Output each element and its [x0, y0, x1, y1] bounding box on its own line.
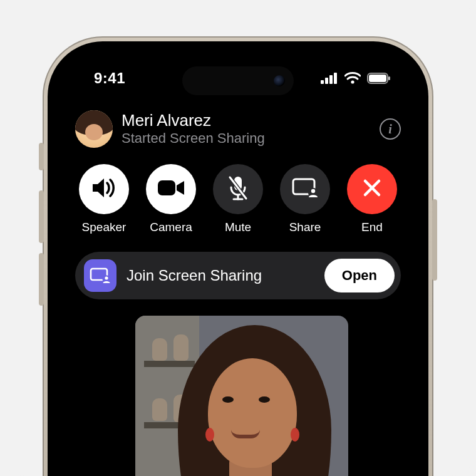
speaker-control: Speaker	[75, 164, 133, 234]
call-controls: Speaker Camera	[75, 164, 401, 234]
share-label: Share	[289, 220, 321, 234]
info-icon: i	[388, 122, 392, 137]
wifi-icon	[344, 72, 361, 85]
svg-rect-1	[325, 78, 328, 84]
battery-icon	[367, 73, 391, 84]
mic-off-icon	[227, 175, 249, 204]
camera-button[interactable]	[146, 164, 196, 214]
status-bar: 9:41	[60, 54, 416, 103]
phone-power-button	[432, 199, 437, 281]
svg-rect-8	[158, 180, 175, 195]
join-screen-sharing-banner[interactable]: Join Screen Sharing Open	[75, 252, 401, 299]
caller-avatar[interactable]	[75, 110, 113, 148]
speaker-label: Speaker	[82, 220, 127, 234]
call-header: Meri Alvarez Started Screen Sharing i	[75, 110, 401, 148]
cellular-icon	[321, 73, 338, 84]
mute-button[interactable]	[213, 164, 263, 214]
svg-rect-7	[388, 76, 390, 80]
close-icon	[362, 178, 382, 200]
caller-text: Meri Alvarez Started Screen Sharing	[122, 111, 371, 147]
svg-point-21	[105, 276, 108, 279]
phone-frame: 9:41	[43, 36, 433, 476]
svg-rect-6	[369, 75, 386, 82]
video-icon	[157, 178, 185, 200]
phone-bezel: 9:41	[48, 41, 428, 476]
mute-label: Mute	[225, 220, 251, 234]
speaker-icon	[90, 175, 118, 203]
share-button[interactable]	[280, 164, 330, 214]
screen-share-app-icon	[84, 259, 116, 292]
share-control: Share	[276, 164, 334, 234]
speaker-button[interactable]	[79, 164, 129, 214]
status-time: 9:41	[94, 70, 125, 87]
phone-volume-down	[39, 253, 44, 306]
phone-volume-up	[39, 190, 44, 243]
screen: 9:41	[60, 54, 416, 476]
join-banner-text: Join Screen Sharing	[127, 267, 314, 284]
canvas: 9:41	[0, 0, 476, 476]
svg-rect-0	[321, 80, 324, 84]
caller-subtitle: Started Screen Sharing	[122, 130, 371, 147]
camera-label: Camera	[150, 220, 192, 234]
caller-name: Meri Alvarez	[122, 111, 371, 130]
camera-control: Camera	[142, 164, 200, 234]
end-label: End	[361, 220, 383, 234]
phone-side-button	[39, 143, 44, 170]
open-button[interactable]: Open	[324, 259, 395, 292]
mute-control: Mute	[209, 164, 267, 234]
screen-share-icon	[291, 177, 319, 202]
svg-rect-3	[334, 73, 337, 84]
svg-point-4	[351, 80, 354, 83]
svg-rect-2	[329, 75, 333, 84]
end-control: End	[343, 164, 401, 234]
participant-video[interactable]	[135, 316, 348, 476]
status-indicators	[321, 72, 391, 85]
end-button[interactable]	[347, 164, 397, 214]
svg-point-16	[311, 189, 315, 193]
info-button[interactable]: i	[380, 118, 401, 140]
